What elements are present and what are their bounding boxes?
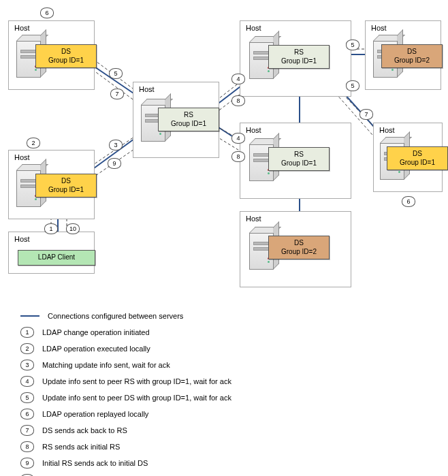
step-badge: 6 — [402, 196, 415, 207]
module-title: DS — [387, 48, 436, 57]
module-group: Group ID=1 — [274, 57, 323, 66]
module-group: Group ID=1 — [274, 159, 323, 168]
module-title: DS — [42, 177, 91, 186]
module-group: Group ID=1 — [164, 120, 213, 129]
host-label: Host — [139, 85, 155, 93]
legend-item: 2LDAP operation executed locally — [20, 343, 231, 355]
module-ldap-client: LDAP Client — [18, 250, 95, 266]
legend-step-badge: 5 — [20, 392, 34, 403]
legend-text: LDAP operation executed locally — [42, 345, 150, 353]
host-label: Host — [14, 235, 30, 243]
module-ds: DS Group ID=2 — [381, 44, 443, 68]
module-title: RS — [274, 150, 323, 159]
module-title: RS — [164, 111, 213, 120]
step-badge: 8 — [231, 151, 245, 162]
step-badge: 4 — [231, 133, 245, 144]
legend-item: 6LDAP operation replayed locally — [20, 408, 231, 420]
module-ds: DS Group ID=1 — [35, 44, 97, 68]
legend-step-badge: 4 — [20, 376, 34, 387]
legend-text: Update info sent to peer RS with group I… — [42, 377, 231, 385]
legend-step-badge: 6 — [20, 409, 34, 419]
step-badge: 2 — [27, 138, 40, 148]
legend-text: Update info sent to peer DS with group I… — [42, 394, 231, 402]
legend-item: 1LDAP change operation initiated — [20, 326, 231, 338]
step-badge: 5 — [346, 80, 359, 91]
legend-item: 5Update info sent to peer DS with group … — [20, 392, 231, 404]
step-badge: 7 — [359, 109, 373, 120]
legend-item: 10LDAP operation call returns — [20, 473, 231, 476]
host-label: Host — [371, 24, 387, 32]
step-badge: 1 — [44, 223, 58, 234]
legend-step-badge: 8 — [20, 441, 34, 452]
legend-item: 8RS sends ack initial RS — [20, 441, 231, 453]
module-group: Group ID=1 — [42, 57, 91, 65]
legend-text: LDAP operation replayed locally — [42, 410, 148, 418]
host-label: Host — [246, 215, 261, 223]
host-label: Host — [14, 153, 30, 161]
module-rs: RS Group ID=1 — [268, 45, 330, 69]
host-label: Host — [379, 126, 395, 134]
module-title: RS — [274, 48, 323, 57]
module-group: Group ID=2 — [274, 248, 323, 257]
legend-text: RS sends ack initial RS — [42, 443, 120, 451]
host-label: Host — [246, 24, 261, 32]
module-group: Group ID=1 — [42, 186, 91, 195]
legend-step-badge: 3 — [20, 360, 34, 370]
legend-step-badge: 2 — [20, 343, 34, 354]
host-label: Host — [14, 24, 30, 32]
legend-line-icon — [20, 315, 39, 317]
module-ds: DS Group ID=2 — [268, 236, 330, 259]
legend: Connections configured between servers 1… — [20, 310, 231, 476]
module-title: DS — [42, 48, 91, 57]
legend-item: 7DS sends ack back to RS — [20, 424, 231, 437]
module-ds: DS Group ID=1 — [35, 174, 97, 197]
step-badge: 3 — [109, 140, 123, 150]
step-badge: 9 — [108, 158, 121, 169]
legend-item: 3Matching update info sent, wait for ack — [20, 359, 231, 371]
module-group: Group ID=1 — [393, 159, 442, 168]
legend-step-badge: 1 — [20, 327, 34, 338]
host-label: Host — [246, 126, 261, 134]
legend-item: 9Initial RS sends ack to initial DS — [20, 457, 231, 469]
module-title: DS — [274, 239, 323, 248]
step-badge: 6 — [40, 7, 54, 18]
legend-text: DS sends ack back to RS — [42, 426, 127, 434]
legend-text: Initial RS sends ack to initial DS — [42, 459, 148, 467]
module-ds: DS Group ID=1 — [387, 146, 448, 170]
step-badge: 5 — [346, 39, 359, 50]
legend-connection-row: Connections configured between servers — [20, 310, 231, 322]
step-badge: 7 — [110, 89, 124, 99]
legend-text: Connections configured between servers — [48, 312, 183, 320]
legend-text: LDAP change operation initiated — [42, 328, 150, 336]
step-badge: 10 — [66, 223, 80, 234]
module-rs: RS Group ID=1 — [268, 147, 330, 171]
step-badge: 8 — [231, 95, 245, 106]
module-group: Group ID=2 — [387, 57, 436, 65]
module-rs: RS Group ID=1 — [158, 108, 219, 131]
legend-item: 4Update info sent to peer RS with group … — [20, 375, 231, 387]
legend-text: Matching update info sent, wait for ack — [42, 361, 170, 369]
client-label: LDAP Client — [24, 253, 89, 262]
legend-step-badge: 9 — [20, 458, 34, 469]
module-title: DS — [393, 150, 442, 159]
step-badge: 4 — [231, 74, 245, 84]
diagram-canvas: Host DS Group ID=1 Host DS Group ID=1 Ho… — [0, 0, 448, 476]
legend-step-badge: 7 — [20, 425, 34, 436]
step-badge: 5 — [109, 68, 123, 79]
